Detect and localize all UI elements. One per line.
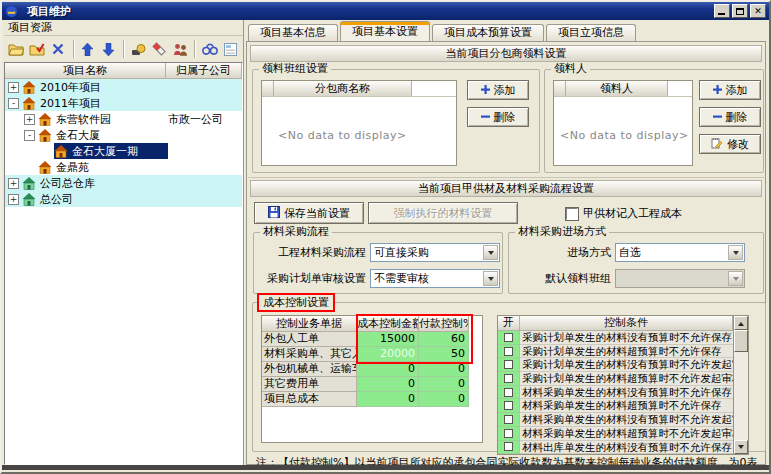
cost-percent-cell[interactable]: 0 <box>419 362 469 377</box>
chevron-down-icon[interactable] <box>728 245 743 260</box>
owner-supplied-label: 甲供材记入工程成本 <box>583 206 682 221</box>
expand-icon[interactable]: + <box>8 194 19 205</box>
condition-checkbox[interactable] <box>504 360 513 369</box>
expand-icon[interactable]: + <box>24 114 35 125</box>
tab-4[interactable]: 项目立项信息 <box>546 24 636 41</box>
cost-col-amount[interactable]: 成本控制金额 <box>357 316 419 332</box>
tree-item-label: 东营软件园 <box>56 112 111 127</box>
panel-header: 项目资源 <box>4 20 243 36</box>
scroll-thumb[interactable] <box>734 330 748 352</box>
cost-amount-cell[interactable]: 0 <box>357 362 419 377</box>
tab-1[interactable]: 项目基本信息 <box>248 24 338 41</box>
open-folder-icon[interactable] <box>7 39 26 60</box>
row-indicator-header <box>262 81 274 96</box>
condition-checkbox[interactable] <box>504 388 513 397</box>
picker-column-header[interactable]: 领料人 <box>566 81 668 96</box>
condition-label: 采购计划单发生的材料没有预算时不允许发起审核 <box>520 358 733 372</box>
chevron-down-icon[interactable] <box>483 271 498 286</box>
delete-icon[interactable] <box>49 39 68 60</box>
plan-audit-select[interactable]: 不需要审核 <box>370 269 500 288</box>
project-tree: 项目名称 归属子公司 +2010年项目-2011年项目+东营软件园市政一公司-金… <box>4 62 243 465</box>
minimize-button[interactable] <box>714 4 730 18</box>
tree-row[interactable]: +2010年项目 <box>5 79 242 95</box>
tree-row[interactable]: 金石大厦一期 <box>5 143 242 159</box>
eraser-icon[interactable] <box>150 39 169 60</box>
right-panel: 项目基本信息项目基本设置项目成本预算设置项目立项信息 当前项目分包商领料设置 领… <box>246 21 766 465</box>
cost-percent-cell[interactable]: 60 <box>419 332 469 347</box>
add-picker-button[interactable]: 添加 <box>699 80 761 100</box>
cost-row-label: 外包机械单、运输车辆 <box>262 362 357 377</box>
expand-icon[interactable]: + <box>8 82 19 93</box>
cost-row-label: 其它费用单 <box>262 377 357 392</box>
cost-percent-cell[interactable]: 50 <box>419 347 469 362</box>
locate-icon[interactable] <box>221 39 240 60</box>
tree-item-label: 2011年项目 <box>40 96 101 111</box>
add-team-button[interactable]: 添加 <box>467 80 529 100</box>
vertical-scrollbar[interactable] <box>733 316 748 454</box>
delete-team-button[interactable]: 删除 <box>467 107 529 127</box>
condition-checkbox[interactable] <box>504 429 513 438</box>
material-flow-section: 当前项目甲供材及材料采购流程设置 保存当前设置 强制执行的材料设置 甲供材记入工… <box>248 177 764 463</box>
tree-row[interactable]: 金鼎苑 <box>5 159 242 175</box>
condition-checkbox[interactable] <box>504 401 513 410</box>
close-button[interactable]: ✕ <box>750 4 766 18</box>
owner-supplied-checkbox[interactable] <box>566 208 578 220</box>
subcontractor-column-header[interactable]: 分包商名称 <box>274 81 412 96</box>
chevron-down-icon[interactable] <box>483 245 498 260</box>
condition-enable-cell <box>498 399 520 413</box>
condition-checkbox[interactable] <box>504 333 513 342</box>
tab-2[interactable]: 项目基本设置 <box>340 21 430 41</box>
modify-picker-button[interactable]: 修改 <box>699 134 761 154</box>
cost-percent-cell[interactable]: 0 <box>419 392 469 407</box>
search-icon[interactable] <box>200 39 219 60</box>
scroll-down-icon[interactable] <box>734 440 748 454</box>
maximize-button[interactable] <box>732 4 748 18</box>
cond-col-enable[interactable]: 开启 <box>498 316 520 331</box>
delete-picker-button[interactable]: 删除 <box>699 107 761 127</box>
cost-amount-cell[interactable]: 20000 <box>357 347 419 362</box>
tree-item-label: 总公司 <box>40 192 73 207</box>
cost-amount-cell[interactable]: 15000 <box>357 332 419 347</box>
tree-row[interactable]: +公司总仓库 <box>5 175 242 191</box>
edit-folder-icon[interactable] <box>28 39 47 60</box>
cost-col-percent[interactable]: 付款控制% <box>419 316 469 332</box>
tree-column-company[interactable]: 归属子公司 <box>166 63 242 79</box>
cost-amount-cell[interactable]: 0 <box>357 392 419 407</box>
save-settings-button[interactable]: 保存当前设置 <box>254 202 364 224</box>
cost-amount-cell[interactable]: 0 <box>357 377 419 392</box>
users-icon[interactable] <box>171 39 190 60</box>
tree-row[interactable]: +东营软件园市政一公司 <box>5 111 242 127</box>
move-down-icon[interactable] <box>99 39 118 60</box>
condition-checkbox[interactable] <box>504 347 513 356</box>
entry-mode-select[interactable]: 自选 <box>615 243 745 262</box>
expand-icon[interactable]: + <box>8 178 19 189</box>
tab-3[interactable]: 项目成本预算设置 <box>432 24 544 41</box>
tree-row[interactable]: -2011年项目 <box>5 95 242 111</box>
condition-enable-cell <box>498 386 520 400</box>
collapse-icon[interactable]: - <box>8 98 19 109</box>
scroll-up-icon[interactable] <box>734 316 748 330</box>
project-maintenance-window: 项目维护 ✕ 项目资源 项目名称 归属子公司 +2010年项目-2011年项目+… <box>0 0 771 474</box>
force-material-button[interactable]: 强制执行的材料设置 <box>368 202 518 224</box>
scroll-track[interactable] <box>734 352 748 440</box>
hand-icon[interactable] <box>129 39 148 60</box>
condition-checkbox[interactable] <box>504 442 513 451</box>
cond-col-condition[interactable]: 控制条件 <box>520 316 733 331</box>
house-orange-icon <box>38 129 53 142</box>
move-up-icon[interactable] <box>78 39 97 60</box>
cost-percent-cell[interactable]: 0 <box>419 377 469 392</box>
condition-checkbox[interactable] <box>504 374 513 383</box>
section1-title: 当前项目分包商领料设置 <box>250 45 762 62</box>
purchase-flow-select[interactable]: 可直接采购 <box>370 243 500 262</box>
no-data-text: <No data to display> <box>560 129 689 142</box>
default-team-select <box>615 269 745 288</box>
condition-enable-cell <box>498 441 520 455</box>
cost-control-legend: 成本控制设置 <box>257 293 335 312</box>
cost-col-doc[interactable]: 控制业务单据 <box>262 316 357 332</box>
tree-row[interactable]: +总公司 <box>5 191 242 207</box>
tree-row[interactable]: -金石大厦 <box>5 127 242 143</box>
tree-column-name[interactable]: 项目名称 <box>5 63 166 79</box>
collapse-icon[interactable]: - <box>24 130 35 141</box>
conditions-table: 开启 控制条件 采购计划单发生的材料没有预算时不允许保存采购计划单发生的材料超预… <box>497 315 749 455</box>
condition-checkbox[interactable] <box>504 415 513 424</box>
